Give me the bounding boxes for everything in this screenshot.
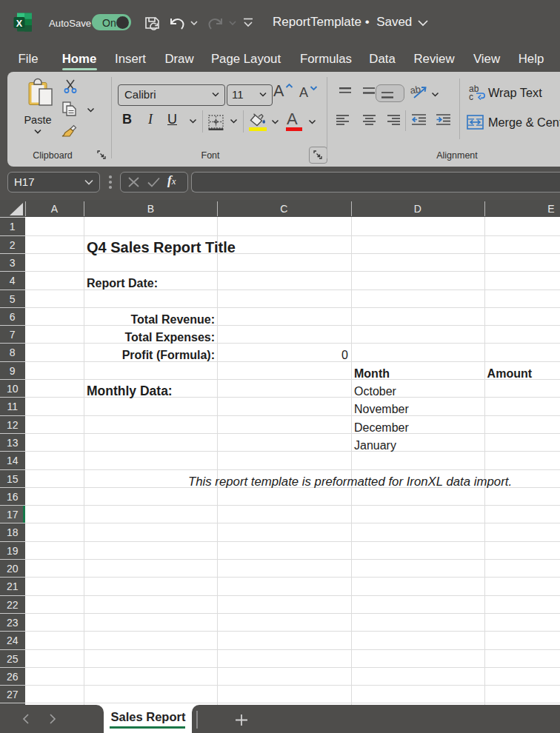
svg-text:c: c — [469, 92, 473, 102]
svg-text:ab: ab — [410, 84, 421, 96]
svg-text:X: X — [16, 19, 23, 29]
